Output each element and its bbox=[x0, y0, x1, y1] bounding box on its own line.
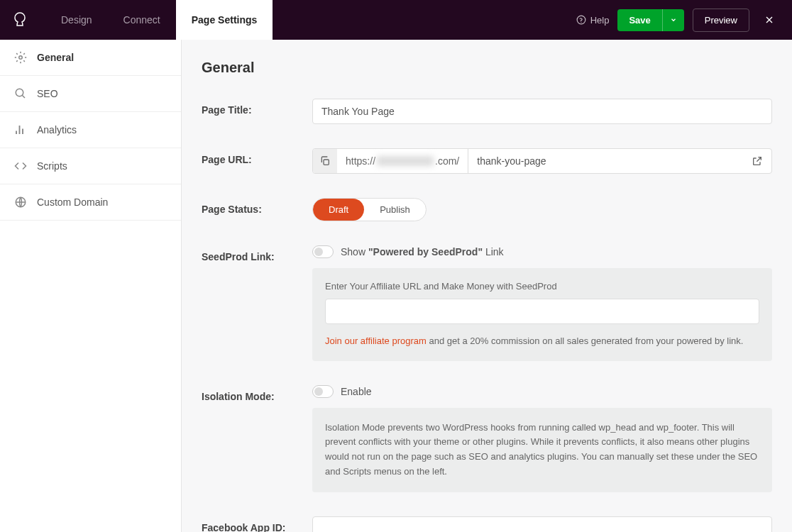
nav-tabs: Design Connect Page Settings bbox=[45, 0, 273, 40]
field-page-status: Page Status: Draft Publish bbox=[202, 198, 772, 221]
status-draft-button[interactable]: Draft bbox=[313, 199, 364, 221]
analytics-icon bbox=[14, 123, 27, 136]
topbar-right: Help Save Preview bbox=[576, 9, 781, 32]
url-group: https://.com/ bbox=[312, 148, 772, 174]
url-domain: https://.com/ bbox=[337, 149, 468, 173]
isolation-toggle[interactable] bbox=[312, 385, 334, 398]
sidebar: General SEO Analytics Scripts Custom Dom… bbox=[0, 40, 182, 532]
gear-icon bbox=[14, 51, 27, 64]
affiliate-url-input[interactable] bbox=[325, 299, 759, 324]
preview-button[interactable]: Preview bbox=[693, 9, 749, 32]
facebook-app-id-input[interactable] bbox=[312, 516, 772, 532]
sidebar-label: SEO bbox=[37, 88, 58, 99]
sidebar-item-general[interactable]: General bbox=[0, 40, 181, 76]
code-icon bbox=[14, 160, 27, 172]
sidebar-item-scripts[interactable]: Scripts bbox=[0, 148, 181, 184]
isolation-label: Isolation Mode: bbox=[202, 385, 312, 492]
field-facebook-app-id: Facebook App ID: bbox=[202, 516, 772, 532]
field-page-url: Page URL: https://.com/ bbox=[202, 148, 772, 174]
seedprod-link-label: SeedProd Link: bbox=[202, 245, 312, 361]
page-status-label: Page Status: bbox=[202, 198, 312, 221]
tab-connect[interactable]: Connect bbox=[108, 0, 176, 40]
globe-icon bbox=[14, 196, 27, 209]
sidebar-label: General bbox=[37, 52, 74, 63]
field-seedprod-link: SeedProd Link: Show "Powered by SeedProd… bbox=[202, 245, 772, 361]
page-heading: General bbox=[202, 60, 772, 76]
sidebar-label: Custom Domain bbox=[37, 196, 108, 208]
url-blurred-domain bbox=[377, 156, 434, 166]
seedprod-toggle[interactable] bbox=[312, 245, 334, 258]
affiliate-label: Enter Your Affiliate URL and Make Money … bbox=[325, 281, 759, 292]
sidebar-label: Scripts bbox=[37, 160, 67, 172]
isolation-toggle-label: Enable bbox=[341, 386, 372, 397]
help-link[interactable]: Help bbox=[576, 15, 610, 26]
seedprod-toggle-wrap: Show "Powered by SeedProd" Link bbox=[312, 245, 772, 258]
sidebar-item-custom-domain[interactable]: Custom Domain bbox=[0, 184, 181, 221]
copy-icon bbox=[319, 155, 331, 167]
topbar: Design Connect Page Settings Help Save P… bbox=[0, 0, 792, 40]
close-icon bbox=[764, 14, 775, 26]
close-button[interactable] bbox=[758, 11, 781, 28]
svg-rect-4 bbox=[324, 160, 329, 165]
save-dropdown-button[interactable] bbox=[662, 9, 684, 31]
main: General SEO Analytics Scripts Custom Dom… bbox=[0, 40, 792, 532]
page-url-label: Page URL: bbox=[202, 148, 312, 174]
tab-page-settings[interactable]: Page Settings bbox=[176, 0, 273, 40]
isolation-description: Isolation Mode prevents two WordPress ho… bbox=[312, 408, 772, 492]
field-page-title: Page Title: bbox=[202, 99, 772, 124]
save-button[interactable]: Save bbox=[617, 9, 661, 31]
affiliate-program-link[interactable]: Join our affiliate program bbox=[325, 336, 427, 346]
svg-point-1 bbox=[19, 56, 23, 60]
isolation-toggle-wrap: Enable bbox=[312, 385, 772, 398]
affiliate-box: Enter Your Affiliate URL and Make Money … bbox=[312, 268, 772, 361]
external-link-icon bbox=[752, 155, 763, 167]
page-title-label: Page Title: bbox=[202, 99, 312, 124]
open-url-button[interactable] bbox=[743, 149, 771, 173]
page-title-input[interactable] bbox=[312, 99, 772, 124]
sidebar-item-seo[interactable]: SEO bbox=[0, 76, 181, 112]
content: General Page Title: Page URL: https://.c… bbox=[182, 40, 792, 532]
seedprod-toggle-label: Show "Powered by SeedProd" Link bbox=[341, 246, 504, 257]
field-isolation-mode: Isolation Mode: Enable Isolation Mode pr… bbox=[202, 385, 772, 492]
copy-url-button[interactable] bbox=[313, 149, 337, 173]
help-label: Help bbox=[590, 15, 610, 26]
sidebar-item-analytics[interactable]: Analytics bbox=[0, 112, 181, 148]
search-icon bbox=[14, 87, 27, 100]
tab-design[interactable]: Design bbox=[45, 0, 108, 40]
facebook-label: Facebook App ID: bbox=[202, 516, 312, 532]
seedprod-logo bbox=[11, 11, 28, 28]
url-slug-input[interactable] bbox=[468, 149, 743, 173]
help-icon bbox=[576, 15, 586, 25]
status-toggle: Draft Publish bbox=[312, 198, 427, 221]
sidebar-label: Analytics bbox=[37, 124, 77, 135]
svg-point-2 bbox=[16, 89, 23, 96]
status-publish-button[interactable]: Publish bbox=[364, 199, 426, 221]
affiliate-note: Join our affiliate program and get a 20%… bbox=[325, 334, 759, 348]
chevron-down-icon bbox=[670, 16, 677, 23]
save-button-group: Save bbox=[617, 9, 683, 31]
